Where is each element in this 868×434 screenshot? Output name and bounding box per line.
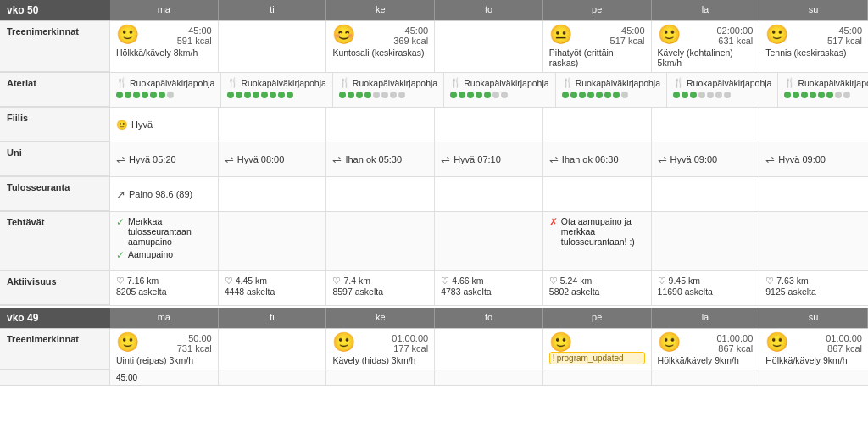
training-icon-50-pe: 😐 (549, 25, 572, 44)
training-name-50-ma: Hölkkä/kävely 8km/h (116, 47, 212, 58)
fork-icon-to: 🍴 (450, 77, 461, 88)
activity-cell-50-su: ♡ 7.63 km 9125 askelta (760, 271, 868, 305)
fork-icon-ke: 🍴 (339, 77, 350, 88)
meal-cell-50-ma: 🍴 Ruokapäiväkirjapohja (110, 73, 221, 107)
week-label-vko50: vko 50 (0, 0, 110, 20)
fork-icon-pe: 🍴 (562, 77, 573, 88)
training-stats-50-la: 02:00:00 631 kcal (685, 25, 754, 46)
kcal-50-ma: 591 kcal (143, 36, 212, 46)
next-cell-to (435, 370, 543, 386)
training-name-50-pe: Pihatyöt (erittäin raskas) (549, 47, 645, 68)
activity-steps-50-pe: 5802 askelta (549, 287, 645, 297)
meal-dots-50-ke (339, 92, 437, 98)
activity-cell-50-la: ♡ 9.45 km 11690 askelta (652, 271, 760, 305)
tulosseuranta-row-50: Tulosseuranta ↗ Paino 98.6 (89) (0, 177, 868, 212)
training-icon-50-su: 🙂 (765, 25, 788, 44)
day-ma-50: ma (110, 0, 219, 20)
kcal-49-ma: 731 kcal (143, 343, 212, 353)
treenimerkinnat-row-49: Treenimerkinnat 🙂 50:00 731 kcal Uinti (… (0, 329, 868, 370)
activity-steps-50-la: 11690 askelta (658, 287, 754, 297)
duration-49-ke: 01:00:00 (359, 333, 428, 343)
duration-49-su: 01:00:00 (793, 333, 862, 343)
activity-cell-50-ke: ♡ 7.4 km 8597 askelta (326, 271, 435, 305)
meal-dots-50-ma (116, 92, 214, 98)
activity-steps-50-ke: 8597 askelta (332, 287, 428, 297)
training-top-49-ma: 🙂 50:00 731 kcal (116, 333, 212, 353)
training-stats-49-ma: 50:00 731 kcal (143, 333, 212, 353)
training-cell-49-to (435, 329, 543, 370)
sleep-text-50-ke: Ihan ok 05:30 (345, 154, 402, 164)
training-icon-49-su: 🙂 (765, 333, 788, 352)
day-ke-50: ke (326, 0, 435, 20)
next-cell-pe (543, 370, 652, 386)
weight-cell-50-la (652, 177, 760, 211)
training-stats-50-ma: 45:00 591 kcal (143, 25, 212, 46)
fiilis-row-50: Fiilis 🙂 Hyvä (0, 108, 868, 142)
training-name-49-ke: Kävely (hidas) 3km/h (332, 355, 428, 365)
feeling-text-50-ma: Hyvä (131, 120, 153, 130)
training-top-50-su: 🙂 45:00 517 kcal (765, 25, 862, 46)
activity-km-50-la: ♡ 9.45 km (658, 275, 754, 286)
week-label-vko49: vko 49 (0, 308, 110, 328)
duration-50-ke: 45:00 (359, 25, 428, 36)
kcal-49-su: 867 kcal (793, 343, 862, 353)
training-name-49-su: Hölkkä/kävely 9km/h (765, 355, 862, 365)
sleep-cell-50-su: ⇌ Hyvä 09:00 (760, 142, 868, 176)
activity-cell-50-to: ♡ 4.66 km 4783 askelta (435, 271, 543, 305)
tehtavat-row-50: Tehtävät ✓ Merkkaa tulosseurantaan aamup… (0, 212, 868, 271)
activity-cell-50-ma: ♡ 7.16 km 8205 askelta (110, 271, 219, 305)
sleep-text-50-to: Hyvä 07:10 (453, 154, 501, 164)
sleep-icon-50-ti: ⇌ (225, 153, 234, 166)
meal-cell-50-ti: 🍴 Ruokapäiväkirjapohja (221, 73, 332, 107)
kcal-49-ke: 177 kcal (359, 343, 428, 353)
meal-label-50-ke: 🍴 Ruokapäiväkirjapohja (339, 77, 437, 88)
day-pe-49: pe (543, 308, 652, 328)
week-header-vko50: vko 50 ma ti ke to pe la su (0, 0, 868, 21)
training-top-50-pe: 😐 45:00 517 kcal (549, 25, 645, 46)
meal-cell-50-su: 🍴 Ruokapäiväkirjapohja (778, 73, 868, 107)
training-cell-50-ti (219, 21, 327, 72)
meal-label-50-ma: 🍴 Ruokapäiväkirjapohja (116, 77, 214, 88)
activity-km-50-su: ♡ 7.63 km (765, 275, 862, 286)
training-name-49-ma: Uinti (reipas) 3km/h (116, 355, 212, 365)
task-cell-50-to (435, 212, 543, 270)
heart-icon-50-ke: ♡ (332, 275, 341, 286)
training-stats-49-su: 01:00:00 867 kcal (793, 333, 862, 353)
feeling-cell-50-to (435, 108, 543, 142)
heart-icon-50-ti: ♡ (225, 275, 233, 286)
meal-label-50-la: 🍴 Ruokapäiväkirjapohja (673, 77, 771, 88)
meal-dots-50-su (784, 92, 868, 98)
activity-km-50-ke: ♡ 7.4 km (332, 275, 428, 286)
sleep-icon-50-pe: ⇌ (549, 153, 559, 166)
training-top-49-pe: 🙂 (549, 333, 645, 352)
day-la-50: la (652, 0, 760, 20)
meal-label-50-pe: 🍴 Ruokapäiväkirjapohja (562, 77, 660, 88)
duration-50-pe: 45:00 (576, 25, 645, 36)
check-icon-50-ma-1: ✓ (116, 216, 125, 228)
meal-dots-50-ti (227, 92, 326, 98)
next-row-label (0, 370, 110, 386)
training-top-49-ke: 🙂 01:00:00 177 kcal (332, 333, 428, 353)
meal-cell-50-pe: 🍴 Ruokapäiväkirjapohja (556, 73, 667, 107)
training-cell-49-su: 🙂 01:00:00 867 kcal Hölkkä/kävely 9km/h (760, 329, 868, 370)
sleep-text-50-su: Hyvä 09:00 (778, 154, 826, 164)
weight-cell-50-ti (219, 177, 327, 211)
feeling-cell-50-ma: 🙂 Hyvä (110, 108, 219, 142)
training-stats-50-su: 45:00 517 kcal (793, 25, 862, 46)
week-header-vko49: vko 49 ma ti ke to pe la su (0, 308, 868, 329)
activity-km-50-ma: ♡ 7.16 km (116, 275, 212, 286)
duration-50-ma: 45:00 (143, 25, 212, 36)
training-cell-50-ma: 🙂 45:00 591 kcal Hölkkä/kävely 8km/h (110, 21, 219, 72)
task-cell-50-ma: ✓ Merkkaa tulosseurantaan aamupaino ✓ Aa… (110, 212, 219, 270)
fork-icon-la: 🍴 (673, 77, 684, 88)
cross-icon-50-pe-1: ✗ (549, 216, 558, 228)
weight-cell-50-ma: ↗ Paino 98.6 (89) (110, 177, 219, 211)
training-cell-50-la: 🙂 02:00:00 631 kcal Kävely (kohtalinen) … (652, 21, 760, 72)
sleep-cell-50-ke: ⇌ Ihan ok 05:30 (326, 142, 435, 176)
sleep-icon-50-ke: ⇌ (332, 153, 342, 166)
day-to-49: to (435, 308, 543, 328)
meal-label-50-su: 🍴 Ruokapäiväkirjapohja (784, 77, 868, 88)
task-item-50-pe-1: ✗ Ota aamupaino ja merkkaa tulosseuranta… (549, 216, 645, 247)
weight-cell-50-ke (326, 177, 435, 211)
task-cell-50-ti (219, 212, 327, 270)
